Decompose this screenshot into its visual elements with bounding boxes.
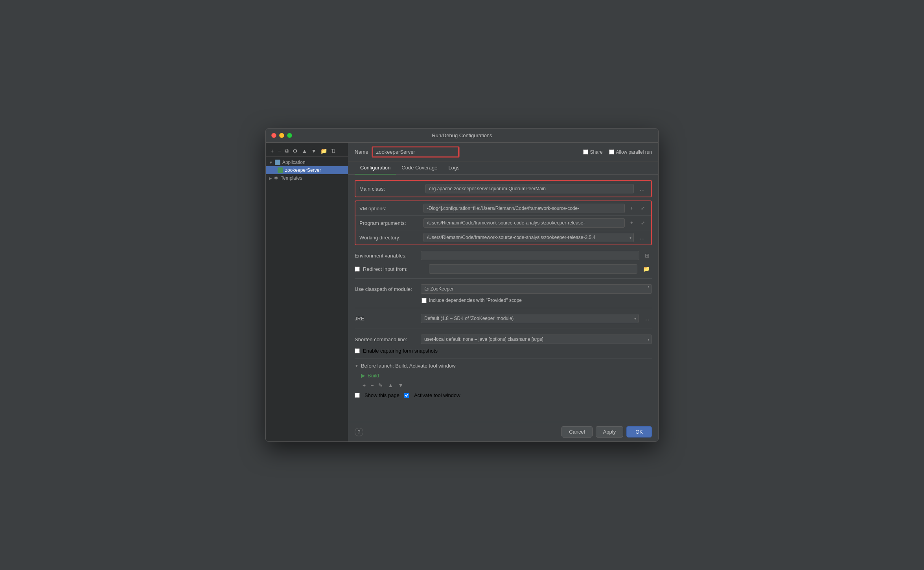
share-area: Share Allow parallel run — [583, 149, 652, 155]
tab-logs[interactable]: Logs — [443, 162, 465, 175]
program-args-expand-button[interactable]: + — [628, 219, 635, 226]
activate-tool-checkbox[interactable] — [404, 393, 409, 398]
show-page-row: Show this page Activate tool window — [355, 391, 652, 400]
redirect-row: Redirect input from: 📁 — [355, 263, 652, 275]
vm-options-expand-button[interactable]: + — [628, 205, 635, 212]
working-dir-label: Working directory: — [359, 235, 420, 241]
redirect-checkbox[interactable] — [355, 267, 360, 272]
tab-code-coverage[interactable]: Code Coverage — [396, 162, 443, 175]
separator-4 — [355, 359, 652, 359]
application-folder-icon — [275, 160, 280, 165]
config-icon — [278, 167, 283, 173]
dialog-title: Run/Debug Configurations — [432, 132, 492, 138]
snapshots-checkbox[interactable] — [355, 348, 360, 353]
name-input[interactable] — [372, 147, 459, 157]
up-button[interactable]: ▲ — [300, 147, 309, 155]
before-launch-label: Before launch: Build, Activate tool wind… — [361, 363, 456, 369]
expand-arrow-icon: ▼ — [269, 160, 273, 165]
apply-button[interactable]: Apply — [596, 426, 624, 438]
env-vars-label: Environment variables: — [355, 253, 418, 259]
sidebar-item-zookeeper[interactable]: zookeeperServer — [266, 166, 348, 174]
env-vars-browse-button[interactable]: ⊞ — [642, 252, 652, 259]
main-class-input[interactable] — [425, 184, 634, 193]
zookeeper-label: zookeeperServer — [285, 167, 321, 173]
main-class-section: Main class: … — [355, 180, 652, 197]
shorten-cmd-select-wrapper: user-local default: none – java [options… — [421, 335, 652, 344]
main-layout: + − ⧉ ⚙ ▲ ▼ 📁 ⇅ ▼ Application zookeeperS… — [266, 143, 658, 441]
add-config-button[interactable]: + — [269, 147, 275, 155]
program-args-row: Program arguments: + ⤢ — [355, 216, 651, 230]
down-button[interactable]: ▼ — [309, 147, 318, 155]
redirect-input[interactable] — [429, 264, 637, 274]
env-vars-input[interactable] — [421, 251, 639, 260]
name-label: Name — [355, 149, 368, 155]
include-deps-checkbox[interactable] — [422, 298, 427, 303]
shorten-cmd-label: Shorten command line: — [355, 336, 418, 342]
separator-2 — [355, 308, 652, 308]
build-toolbar: + − ✎ ▲ ▼ — [355, 380, 652, 391]
tab-configuration[interactable]: Configuration — [355, 162, 396, 175]
copy-config-button[interactable]: ⧉ — [283, 147, 290, 155]
working-dir-row: Working directory: /Users/Riemann/Code/f… — [355, 230, 651, 245]
remove-config-button[interactable]: − — [276, 147, 282, 155]
separator-1 — [355, 278, 652, 279]
build-remove-button[interactable]: − — [369, 381, 375, 389]
build-down-button[interactable]: ▼ — [396, 381, 405, 389]
vm-options-fullscreen-button[interactable]: ⤢ — [639, 205, 647, 212]
tabs: Configuration Code Coverage Logs — [348, 162, 658, 175]
vm-options-input[interactable] — [423, 204, 625, 213]
build-add-button[interactable]: + — [361, 381, 367, 389]
module-select-wrapper: 🗂 ZooKeeper ▾ — [421, 284, 652, 294]
share-checkbox-label[interactable]: Share — [583, 149, 603, 155]
allow-parallel-checkbox-label[interactable]: Allow parallel run — [609, 149, 652, 155]
close-button[interactable] — [271, 133, 276, 138]
sidebar-item-templates[interactable]: ▶ ✱ Templates — [266, 174, 348, 182]
maximize-button[interactable] — [287, 133, 292, 138]
before-launch-header: ▼ Before launch: Build, Activate tool wi… — [355, 363, 652, 369]
settings-button[interactable]: ⚙ — [291, 147, 299, 155]
name-bar: Name Share Allow parallel run — [348, 143, 658, 162]
vm-options-label: VM options: — [359, 206, 420, 211]
jre-select[interactable]: Default (1.8 – SDK of 'ZooKeeper' module… — [421, 314, 639, 323]
allow-parallel-checkbox[interactable] — [609, 149, 614, 154]
env-vars-row: Environment variables: ⊞ — [355, 248, 652, 263]
show-page-label: Show this page — [364, 392, 399, 398]
minimize-button[interactable] — [279, 133, 284, 138]
program-args-label: Program arguments: — [359, 220, 420, 226]
redirect-label: Redirect input from: — [363, 266, 426, 272]
main-class-browse-button[interactable]: … — [637, 185, 647, 193]
traffic-lights — [271, 133, 292, 138]
build-item: ▶ Build — [355, 371, 652, 380]
program-args-input[interactable] — [423, 218, 625, 228]
working-dir-browse-button[interactable]: … — [637, 234, 647, 241]
snapshots-row: Enable capturing form snapshots — [355, 346, 652, 355]
module-row: Use classpath of module: 🗂 ZooKeeper ▾ — [355, 282, 652, 296]
shorten-cmd-select[interactable]: user-local default: none – java [options… — [421, 335, 652, 344]
ok-button[interactable]: OK — [626, 426, 652, 438]
snapshots-label: Enable capturing form snapshots — [363, 348, 438, 354]
jre-label: JRE: — [355, 316, 418, 322]
module-label: Use classpath of module: — [355, 286, 418, 292]
vm-options-row: VM options: + ⤢ — [355, 201, 651, 216]
include-deps-label: Include dependencies with "Provided" sco… — [429, 298, 522, 303]
sort-button[interactable]: ⇅ — [329, 147, 337, 155]
redirect-browse-button[interactable]: 📁 — [641, 265, 652, 273]
working-dir-select[interactable]: /Users/Riemann/Code/framework-source-cod… — [423, 233, 634, 242]
application-label: Application — [282, 160, 306, 165]
vm-section: VM options: + ⤢ Program arguments: + ⤢ W… — [355, 200, 652, 245]
share-checkbox[interactable] — [583, 149, 588, 154]
footer-right: Cancel Apply OK — [561, 426, 652, 438]
build-up-button[interactable]: ▲ — [386, 381, 395, 389]
footer: ? Cancel Apply OK — [348, 422, 658, 441]
program-args-fullscreen-button[interactable]: ⤢ — [639, 219, 647, 226]
build-edit-button[interactable]: ✎ — [377, 381, 385, 389]
separator-3 — [355, 329, 652, 329]
sidebar-item-application[interactable]: ▼ Application — [266, 158, 348, 166]
jre-browse-button[interactable]: … — [642, 314, 652, 322]
cancel-button[interactable]: Cancel — [561, 426, 592, 438]
folder-button[interactable]: 📁 — [319, 147, 329, 155]
module-select[interactable]: 🗂 ZooKeeper — [421, 284, 652, 294]
show-page-checkbox[interactable] — [355, 393, 360, 398]
help-button[interactable]: ? — [355, 428, 363, 436]
sidebar: + − ⧉ ⚙ ▲ ▼ 📁 ⇅ ▼ Application zookeeperS… — [266, 143, 348, 441]
